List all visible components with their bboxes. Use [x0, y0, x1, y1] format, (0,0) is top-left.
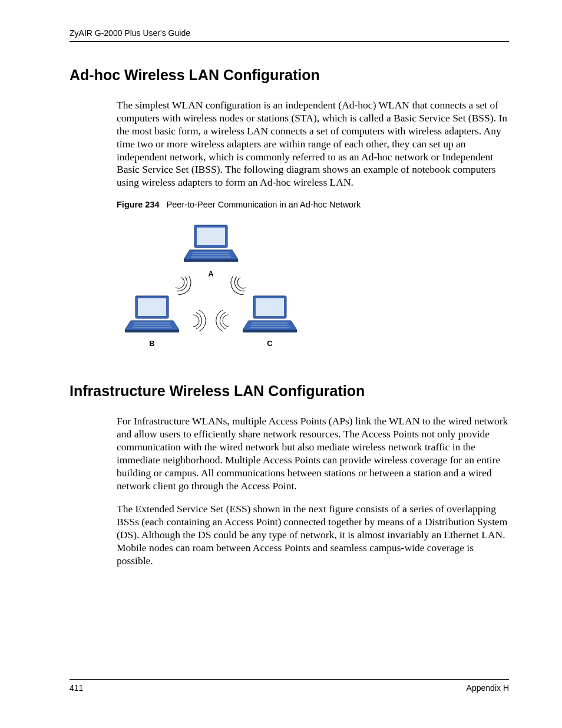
section-heading-adhoc: Ad-hoc Wireless LAN Configuration [70, 67, 509, 84]
section-heading-infrastructure: Infrastructure Wireless LAN Configuratio… [70, 383, 509, 400]
running-header: ZyAIR G-2000 Plus User's Guide [70, 28, 509, 42]
figure-label: Figure 234 [117, 200, 160, 209]
signal-icon [173, 274, 194, 298]
figure-caption: Figure 234 Peer-to-Peer Communication in… [117, 200, 509, 209]
laptop-label-a: A [208, 269, 214, 278]
figure-caption-text: Peer-to-Peer Communication in an Ad-hoc … [167, 200, 361, 209]
adhoc-paragraph-1: The simplest WLAN configuration is an in… [117, 99, 509, 189]
signal-icon [227, 274, 249, 298]
page-number: 411 [70, 683, 83, 693]
laptop-label-b: B [149, 339, 154, 348]
appendix-label: Appendix H [467, 683, 509, 693]
laptop-icon [184, 225, 238, 262]
laptop-label-c: C [267, 339, 273, 348]
laptop-icon [125, 296, 179, 332]
signal-icon [216, 310, 229, 331]
infra-paragraph-2: The Extended Service Set (ESS) shown in … [117, 503, 509, 567]
signal-icon [193, 310, 206, 331]
laptop-icon [243, 296, 297, 332]
figure-adhoc-network: A B C [117, 218, 305, 353]
page-footer: 411 Appendix H [70, 679, 509, 693]
infra-paragraph-1: For Infrastructure WLANs, multiple Acces… [117, 415, 509, 492]
